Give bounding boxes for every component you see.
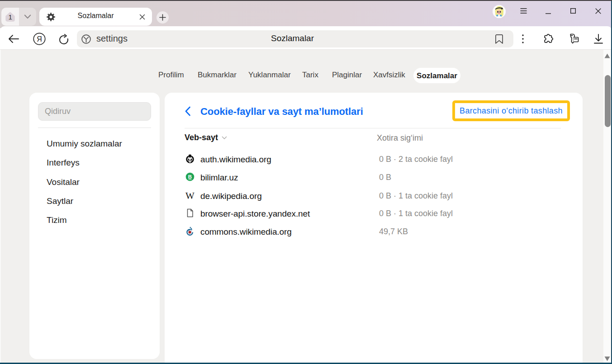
svg-text:Я: Я bbox=[37, 35, 42, 43]
svg-text:1: 1 bbox=[8, 13, 12, 21]
svg-text:B: B bbox=[188, 174, 192, 180]
